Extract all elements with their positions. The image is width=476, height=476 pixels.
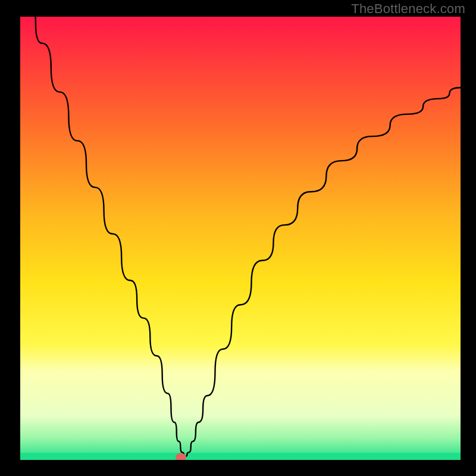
bottom-green-band (20, 453, 461, 460)
gradient-background (20, 17, 461, 460)
minimum-marker (176, 453, 186, 462)
plot-area (20, 4, 461, 462)
watermark-text: TheBottleneck.com (351, 1, 465, 17)
chart-frame: { "watermark": "TheBottleneck.com", "cha… (0, 0, 476, 476)
bottleneck-chart (0, 0, 476, 476)
